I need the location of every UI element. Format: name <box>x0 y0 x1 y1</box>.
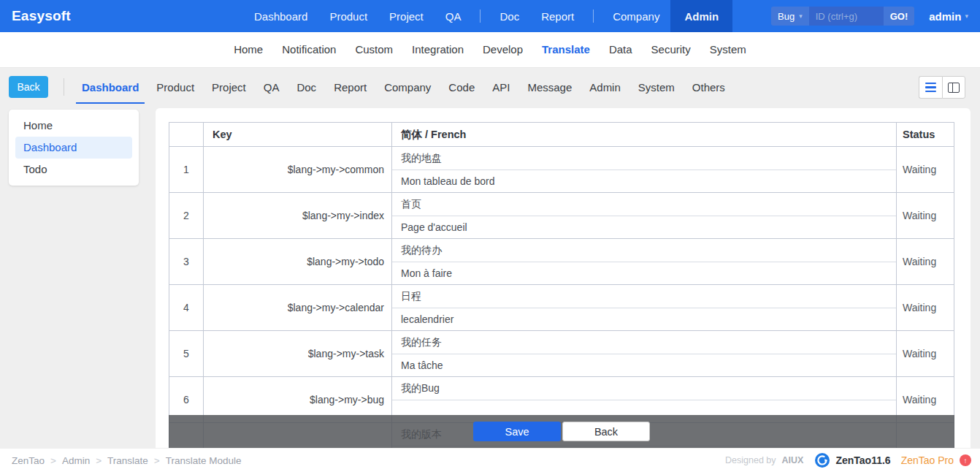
translation-cells: 我的待办 Mon à faire <box>392 239 897 284</box>
source-text-cell: 首页 <box>392 193 896 216</box>
source-text-cell: 我的任务 <box>392 331 896 354</box>
translation-column-header: 简体 / French <box>392 123 897 146</box>
module-tab[interactable]: Dashboard <box>76 71 145 104</box>
nav-divider <box>593 9 594 23</box>
module-tab[interactable]: Message <box>521 71 578 104</box>
module-tab[interactable]: System <box>632 71 681 104</box>
module-tab[interactable]: Company <box>378 71 437 104</box>
designed-by-label: Designed by <box>725 455 776 465</box>
tabs-bar: Back Dashboard Product Project QA Doc Re… <box>0 68 980 106</box>
status-column-header: Status <box>897 123 955 146</box>
status-cell: Waiting <box>897 331 955 376</box>
table-row: 2 $lang->my->index 首页 Page d'accueil Wai… <box>169 193 954 239</box>
sub-nav-item[interactable]: Security <box>642 32 700 67</box>
status-cell: Waiting <box>897 193 955 238</box>
sub-nav-item[interactable]: Integration <box>402 32 473 67</box>
module-tabs: Dashboard Product Project QA Doc Report … <box>73 68 734 106</box>
back-action-button[interactable]: Back <box>562 422 650 441</box>
top-nav-item[interactable]: Company <box>602 0 670 32</box>
translation-table: Key 简体 / French Status 1 $lang->my->comm… <box>169 122 954 448</box>
module-tab[interactable]: Code <box>443 71 481 104</box>
module-tab[interactable]: Doc <box>291 71 322 104</box>
zentao-logo-icon[interactable] <box>815 453 830 468</box>
sidebar-item[interactable]: Todo <box>9 159 139 180</box>
sub-nav-item[interactable]: System <box>700 32 756 67</box>
translation-input-cell[interactable]: Mon à faire <box>392 262 896 284</box>
user-menu[interactable]: admin ▾ <box>926 10 971 23</box>
sidebar-item[interactable]: Home <box>9 115 139 137</box>
row-index: 2 <box>169 193 204 238</box>
table-row: 5 $lang->my->task 我的任务 Ma tâche Waiting <box>169 331 954 377</box>
translation-input-cell[interactable]: Mon tableau de bord <box>392 170 896 192</box>
save-button[interactable]: Save <box>473 422 561 441</box>
top-nav-item[interactable]: Project <box>378 0 435 32</box>
breadcrumb-item[interactable]: ZenTao <box>12 455 62 466</box>
sub-nav-item[interactable]: Notification <box>272 32 345 67</box>
action-bar: Save Back <box>169 415 954 448</box>
vertical-divider <box>64 78 64 96</box>
back-button[interactable]: Back <box>9 76 48 98</box>
top-nav-item[interactable]: QA <box>435 0 472 32</box>
lang-key: $lang->my->task <box>204 331 392 376</box>
user-name: admin <box>929 10 961 23</box>
content-area: Home Dashboard Todo Key 简体 / French Stat… <box>0 106 980 449</box>
module-tab[interactable]: Product <box>150 71 200 104</box>
sub-nav-item[interactable]: Translate <box>532 32 600 67</box>
breadcrumb-item[interactable]: Translate Module <box>166 455 242 466</box>
translation-input-cell[interactable]: Ma tâche <box>392 354 896 376</box>
status-cell: Waiting <box>897 239 955 284</box>
translate-panel: Key 简体 / French Status 1 $lang->my->comm… <box>156 108 971 448</box>
translation-cells: 日程 lecalendrier <box>392 285 897 330</box>
status-cell: Waiting <box>897 285 955 330</box>
translation-cells: 我的任务 Ma tâche <box>392 331 897 376</box>
row-index: 4 <box>169 285 204 330</box>
lang-key: $lang->my->common <box>204 147 392 192</box>
top-nav: Dashboard Product Project QA Doc <box>243 0 732 32</box>
search-type-dropdown[interactable]: Bug ▾ <box>771 7 809 26</box>
module-tab[interactable]: Others <box>686 71 731 104</box>
breadcrumb: ZenTao Admin Translate Translate Module <box>12 455 242 466</box>
module-tab[interactable]: API <box>486 71 516 104</box>
breadcrumb-item[interactable]: Admin <box>62 455 107 466</box>
search-input[interactable] <box>809 7 884 26</box>
table-row: 1 $lang->my->common 我的地盘 Mon tableau de … <box>169 147 954 193</box>
edition-link[interactable]: ZenTao Pro <box>901 454 954 466</box>
footer-right: Designed by AIUX ZenTao11.6 ZenTao Pro ↑ <box>725 453 971 468</box>
top-nav-item[interactable]: Report <box>530 0 585 32</box>
sub-nav-item[interactable]: Home <box>224 32 272 67</box>
top-nav-item[interactable]: Dashboard <box>243 0 318 32</box>
translation-input-cell[interactable]: lecalendrier <box>392 308 896 330</box>
list-view-icon <box>925 83 936 93</box>
designer-name: AIUX <box>782 455 804 465</box>
lang-key: $lang->my->calendar <box>204 285 392 330</box>
top-nav-item[interactable]: Doc <box>489 0 530 32</box>
sub-nav-item[interactable]: Custom <box>345 32 402 67</box>
source-text-cell: 我的地盘 <box>392 147 896 170</box>
top-right-area: Bug ▾ GO! admin ▾ <box>771 0 971 32</box>
go-button[interactable]: GO! <box>884 7 915 26</box>
sub-nav-item[interactable]: Data <box>600 32 642 67</box>
breadcrumb-item[interactable]: Translate <box>107 455 166 466</box>
key-column-header: Key <box>204 123 392 146</box>
source-text-cell: 我的Bug <box>392 377 896 400</box>
sidebar-item[interactable]: Dashboard <box>15 137 132 159</box>
version-link[interactable]: ZenTao11.6 <box>835 454 890 466</box>
nav-divider <box>480 9 481 23</box>
module-tab[interactable]: QA <box>258 71 286 104</box>
split-view-button[interactable] <box>942 76 965 99</box>
upgrade-badge-icon[interactable]: ↑ <box>960 454 971 466</box>
top-nav-item[interactable]: Admin <box>670 0 732 32</box>
module-tab[interactable]: Admin <box>583 71 627 104</box>
row-index: 1 <box>169 147 204 192</box>
lang-key: $lang->my->todo <box>204 239 392 284</box>
translation-input-cell[interactable]: Page d'accueil <box>392 216 896 238</box>
search-type-label: Bug <box>778 11 795 22</box>
list-view-button[interactable] <box>919 76 942 99</box>
table-row: 4 $lang->my->calendar 日程 lecalendrier Wa… <box>169 285 954 331</box>
top-nav-item[interactable]: Product <box>318 0 378 32</box>
sidebar-menu: Home Dashboard Todo <box>9 110 139 186</box>
module-tab[interactable]: Project <box>206 71 252 104</box>
sub-nav-item[interactable]: Develop <box>473 32 532 67</box>
brand-logo[interactable]: Easysoft <box>12 8 71 24</box>
module-tab[interactable]: Report <box>328 71 372 104</box>
